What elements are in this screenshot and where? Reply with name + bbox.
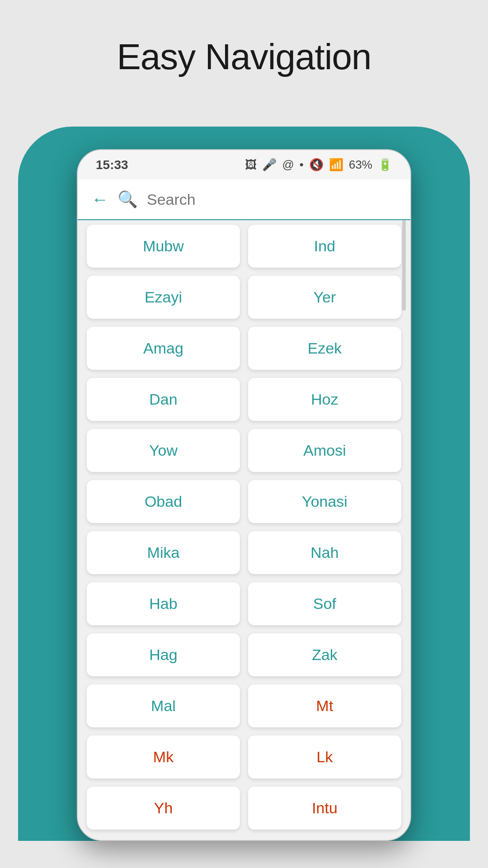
mute-icon: 🔇 xyxy=(309,158,324,172)
scroll-indicator[interactable] xyxy=(402,220,406,311)
book-btn-sof[interactable]: Sof xyxy=(248,582,401,625)
books-row: Yh Intu xyxy=(87,787,401,830)
book-btn-ind[interactable]: Ind xyxy=(248,225,401,268)
dot-icon: • xyxy=(300,158,304,172)
books-row: Mubw Ind xyxy=(87,225,401,268)
books-row: Hab Sof xyxy=(87,582,401,625)
page-title: Easy Navigation xyxy=(0,0,488,105)
book-btn-amag[interactable]: Amag xyxy=(87,327,240,370)
books-row: Mk Lk xyxy=(87,736,401,778)
book-btn-mk[interactable]: Mk xyxy=(87,736,240,778)
at-icon: @ xyxy=(282,158,294,172)
search-bar: ← 🔍 xyxy=(78,179,410,220)
books-row: Hag Zak xyxy=(87,633,401,676)
battery-icon: 🔋 xyxy=(378,158,392,172)
book-btn-yonasi[interactable]: Yonasi xyxy=(248,480,401,523)
books-row: Dan Hoz xyxy=(87,378,401,421)
books-list: Mubw Ind Ezayi Yer Amag Ezek Dan Hoz Yow xyxy=(78,220,410,840)
book-btn-nah[interactable]: Nah xyxy=(248,531,401,574)
book-btn-hag[interactable]: Hag xyxy=(87,633,240,676)
image-icon: 🖼 xyxy=(245,158,257,172)
book-btn-hoz[interactable]: Hoz xyxy=(248,378,401,421)
status-time: 15:33 xyxy=(96,158,128,172)
book-btn-mika[interactable]: Mika xyxy=(87,531,240,574)
books-row: Ezayi Yer xyxy=(87,276,401,319)
search-icon: 🔍 xyxy=(117,190,138,209)
phone-frame: 15:33 🖼 🎤 @ • 🔇 📶 63% 🔋 ← 🔍 Mub xyxy=(77,149,411,841)
book-btn-intu[interactable]: Intu xyxy=(248,787,401,830)
book-btn-ezek[interactable]: Ezek xyxy=(248,327,401,370)
status-bar: 15:33 🖼 🎤 @ • 🔇 📶 63% 🔋 xyxy=(78,150,410,179)
books-row: Mika Nah xyxy=(87,531,401,574)
search-input[interactable] xyxy=(147,191,397,208)
book-btn-dan[interactable]: Dan xyxy=(87,378,240,421)
book-btn-mt[interactable]: Mt xyxy=(248,684,401,727)
book-btn-obad[interactable]: Obad xyxy=(87,480,240,523)
back-button[interactable]: ← xyxy=(91,190,108,209)
book-btn-yer[interactable]: Yer xyxy=(248,276,401,319)
book-btn-zak[interactable]: Zak xyxy=(248,633,401,676)
page-background: Easy Navigation 15:33 🖼 🎤 @ • 🔇 📶 63% 🔋 … xyxy=(0,0,488,868)
books-row: Mal Mt xyxy=(87,684,401,727)
signal-icon: 📶 xyxy=(329,158,343,172)
book-btn-lk[interactable]: Lk xyxy=(248,736,401,778)
book-btn-yow[interactable]: Yow xyxy=(87,429,240,472)
book-btn-amosi[interactable]: Amosi xyxy=(248,429,401,472)
book-btn-yh[interactable]: Yh xyxy=(87,787,240,830)
books-row: Amag Ezek xyxy=(87,327,401,370)
battery-text: 63% xyxy=(349,158,372,172)
book-btn-hab[interactable]: Hab xyxy=(87,582,240,625)
book-btn-mal[interactable]: Mal xyxy=(87,684,240,727)
books-row: Yow Amosi xyxy=(87,429,401,472)
status-icons: 🖼 🎤 @ • 🔇 📶 63% 🔋 xyxy=(245,158,392,172)
book-btn-ezayi[interactable]: Ezayi xyxy=(87,276,240,319)
mic-icon: 🎤 xyxy=(262,158,277,172)
book-btn-mubw[interactable]: Mubw xyxy=(87,225,240,268)
books-row: Obad Yonasi xyxy=(87,480,401,523)
